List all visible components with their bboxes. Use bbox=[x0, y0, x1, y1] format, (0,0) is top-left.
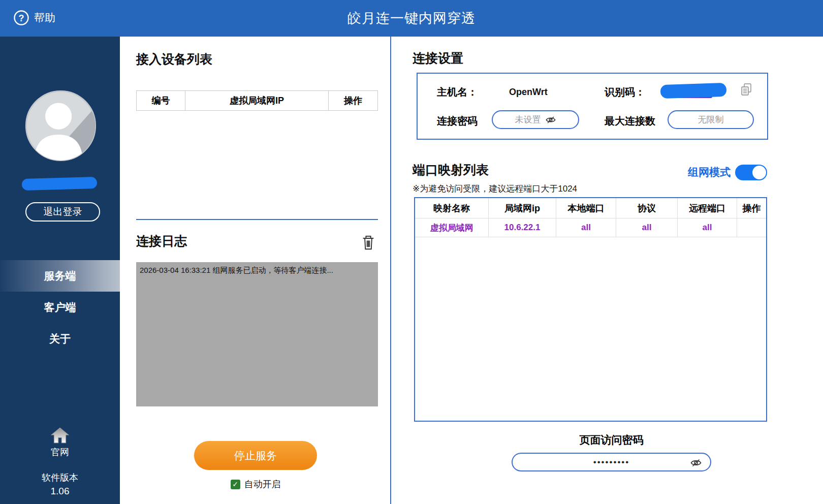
col-lan-ip: 局域网ip bbox=[489, 198, 556, 218]
eye-slash-icon bbox=[690, 457, 702, 469]
connection-log-title: 连接日志 bbox=[136, 233, 187, 249]
port-table-header: 映射名称 局域网ip 本地端口 协议 远程端口 操作 bbox=[415, 198, 766, 218]
device-id-redaction bbox=[660, 83, 727, 99]
main-content: 接入设备列表 编号 虚拟局域网IP 操作 连接日志 2026-03-04 16:… bbox=[120, 37, 823, 504]
auto-start-checkbox[interactable]: ✓ bbox=[231, 480, 240, 489]
sidebar-menu: 服务端 客户端 关于 bbox=[0, 260, 120, 355]
sidebar: 退出登录 服务端 客户端 关于 官网 软件版本 1.06 bbox=[0, 37, 120, 504]
connection-settings-panel: 主机名： OpenWrt 识别码： 连接密码 未设置 bbox=[417, 73, 768, 140]
port-mapping-note: ※为避免访问受限，建议远程端口大于1024 bbox=[413, 183, 577, 195]
col-mapping-name: 映射名称 bbox=[415, 198, 489, 218]
cell-remote-port: all bbox=[678, 218, 737, 237]
copy-icon bbox=[740, 83, 752, 96]
cell-actions bbox=[737, 218, 766, 237]
logout-button[interactable]: 退出登录 bbox=[25, 202, 100, 222]
cell-mapping-name: 虚拟局域网 bbox=[415, 218, 489, 237]
connection-password-placeholder: 未设置 bbox=[515, 114, 541, 125]
clear-log-button[interactable] bbox=[361, 235, 376, 251]
max-connections-label: 最大连接数 bbox=[605, 114, 655, 128]
log-entry: 2026-03-04 16:33:21 组网服务已启动，等待客户端连接... bbox=[140, 264, 374, 276]
sidebar-item-about[interactable]: 关于 bbox=[0, 323, 120, 355]
col-protocol: 协议 bbox=[616, 198, 678, 218]
device-col-id: 编号 bbox=[137, 91, 185, 110]
app-title: 皎月连一键内网穿透 bbox=[0, 0, 823, 37]
hostname-value: OpenWrt bbox=[509, 87, 548, 98]
hostname-label: 主机名： bbox=[437, 85, 478, 99]
device-id-label: 识别码： bbox=[605, 85, 645, 99]
port-table-row: 虚拟局域网 10.6.22.1 all all all bbox=[415, 218, 766, 237]
stop-service-button[interactable]: 停止服务 bbox=[194, 441, 317, 470]
device-col-vlan-ip: 虚拟局域网IP bbox=[185, 91, 329, 110]
device-table: 编号 虚拟局域网IP 操作 bbox=[136, 90, 378, 111]
cell-local-port: all bbox=[556, 218, 616, 237]
version-label: 软件版本 bbox=[0, 471, 120, 484]
sidebar-item-client[interactable]: 客户端 bbox=[0, 292, 120, 323]
col-remote-port: 远程端口 bbox=[678, 198, 737, 218]
port-mapping-table: 映射名称 局域网ip 本地端口 协议 远程端口 操作 虚拟局域网 10.6.22… bbox=[414, 197, 767, 422]
col-local-port: 本地端口 bbox=[556, 198, 616, 218]
server-panel: 接入设备列表 编号 虚拟局域网IP 操作 连接日志 2026-03-04 16:… bbox=[120, 37, 391, 504]
version-value: 1.06 bbox=[0, 486, 120, 497]
connection-password-field[interactable]: 未设置 bbox=[492, 110, 579, 129]
cell-protocol: all bbox=[616, 218, 678, 237]
col-actions: 操作 bbox=[737, 198, 766, 218]
toggle-knob bbox=[752, 166, 766, 179]
home-icon bbox=[50, 427, 70, 444]
page-password-visibility-button[interactable] bbox=[690, 457, 702, 469]
app-header: ? 帮助 皎月连一键内网穿透 bbox=[0, 0, 823, 37]
network-mode-toggle[interactable] bbox=[735, 165, 767, 180]
official-website-label: 官网 bbox=[51, 446, 69, 458]
trash-icon bbox=[361, 235, 375, 250]
device-col-actions: 操作 bbox=[329, 91, 377, 110]
max-connections-field[interactable]: 无限制 bbox=[668, 110, 754, 129]
avatar bbox=[24, 89, 98, 163]
connection-log-area: 2026-03-04 16:33:21 组网服务已启动，等待客户端连接... bbox=[136, 262, 378, 406]
max-connections-placeholder: 无限制 bbox=[698, 114, 724, 125]
page-password-input[interactable]: ••••••••• bbox=[512, 453, 711, 471]
checkmark-icon: ✓ bbox=[232, 480, 238, 488]
auto-start-row: ✓ 自动开启 bbox=[120, 478, 391, 491]
page-password-label: 页面访问密码 bbox=[512, 433, 711, 447]
auto-start-label: 自动开启 bbox=[244, 478, 281, 490]
settings-panel-column: 连接设置 主机名： OpenWrt 识别码： 连接密码 未设置 bbox=[391, 37, 823, 504]
connection-password-label: 连接密码 bbox=[437, 114, 478, 128]
cell-lan-ip: 10.6.22.1 bbox=[489, 218, 556, 237]
page-password-masked-value: ••••••••• bbox=[513, 454, 710, 470]
eye-slash-icon[interactable] bbox=[545, 114, 556, 125]
connection-settings-title: 连接设置 bbox=[413, 50, 463, 67]
network-mode-label: 组网模式 bbox=[666, 165, 731, 179]
section-divider bbox=[136, 219, 378, 220]
username-redaction bbox=[22, 177, 98, 191]
official-website-link[interactable]: 官网 bbox=[0, 427, 120, 458]
sidebar-item-server[interactable]: 服务端 bbox=[0, 260, 120, 292]
copy-id-button[interactable] bbox=[740, 83, 753, 97]
port-mapping-title: 端口映射列表 bbox=[413, 162, 489, 178]
device-list-title: 接入设备列表 bbox=[136, 51, 212, 68]
